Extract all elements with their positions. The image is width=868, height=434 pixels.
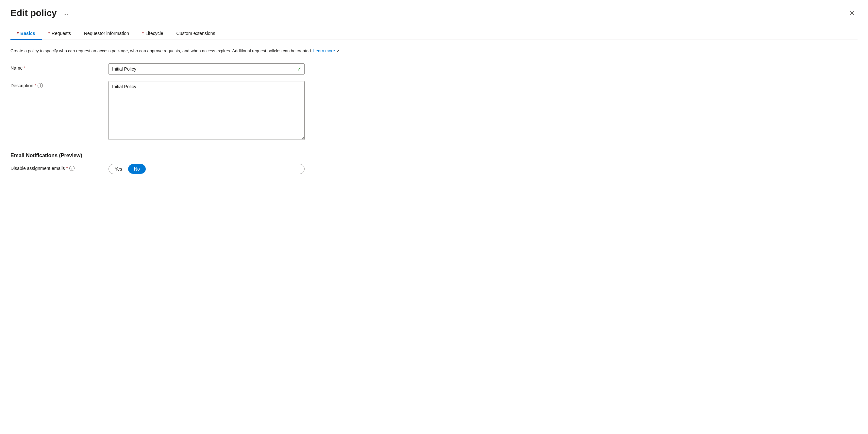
description-input-wrapper: Initial Policy [108,81,305,141]
more-options-button[interactable]: ... [61,8,71,18]
tab-requestor-information[interactable]: Requestor information [78,27,135,40]
name-label: Name * [10,63,102,70]
page-container: Edit policy ... ✕ * Basics * Requests Re… [0,0,868,182]
disable-required-star: * [66,166,68,171]
name-input[interactable] [108,63,305,74]
name-check-icon: ✓ [297,66,301,72]
close-button[interactable]: ✕ [847,8,858,18]
description-textarea[interactable]: Initial Policy [108,81,305,140]
page-description: Create a policy to specify who can reque… [10,48,858,54]
tab-requests[interactable]: * Requests [42,27,78,40]
description-required-star: * [35,83,36,88]
disable-info-icon[interactable]: i [69,166,74,171]
tab-basics-label: Basics [20,31,35,36]
learn-more-link[interactable]: Learn more [313,49,335,53]
name-required-star: * [24,65,26,70]
tab-lifecycle[interactable]: * Lifecycle [135,27,170,40]
description-field-row: Description * i Initial Policy [10,81,305,141]
tabs-nav: * Basics * Requests Requestor informatio… [10,27,858,39]
tab-lifecycle-star: * [142,31,144,36]
form-section: Name * ✓ Description * i Initial Policy [10,63,305,141]
tab-custom-extensions-label: Custom extensions [177,31,215,36]
toggle-yes[interactable]: Yes [109,164,128,174]
page-title: Edit policy [10,8,57,18]
tab-basics[interactable]: * Basics [10,27,42,40]
page-title-row: Edit policy ... [10,8,71,18]
toggle-no[interactable]: No [128,164,146,174]
toggle-wrapper: Yes No [108,164,305,174]
tab-basics-star: * [17,31,19,36]
external-link-icon: ↗ [336,49,340,53]
tab-requests-star: * [49,31,50,36]
description-info-icon[interactable]: i [38,83,43,88]
email-notifications-title: Email Notifications (Preview) [10,153,305,158]
tab-custom-extensions[interactable]: Custom extensions [170,27,222,40]
tab-lifecycle-label: Lifecycle [146,31,163,36]
email-notifications-section: Email Notifications (Preview) Disable as… [10,153,305,174]
name-field-row: Name * ✓ [10,63,305,74]
yes-no-toggle: Yes No [108,164,305,174]
description-label: Description * i [10,81,102,88]
page-header: Edit policy ... ✕ [10,8,858,18]
disable-assignment-emails-row: Disable assignment emails * i Yes No [10,164,305,174]
tab-requestor-information-label: Requestor information [84,31,129,36]
tab-requests-label: Requests [52,31,71,36]
tabs-container: * Basics * Requests Requestor informatio… [10,27,858,40]
disable-assignment-label: Disable assignment emails * i [10,164,102,171]
name-input-wrapper: ✓ [108,63,305,74]
